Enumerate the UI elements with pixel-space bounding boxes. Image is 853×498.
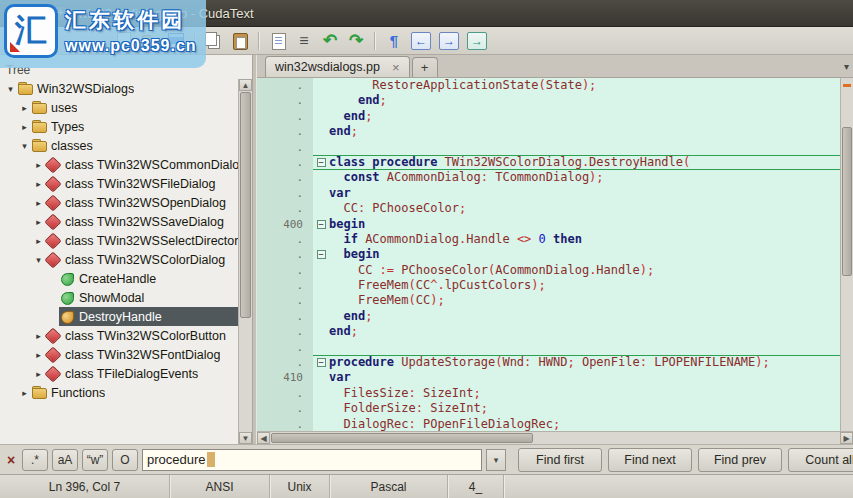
gutter-line-number: . xyxy=(257,340,313,355)
search-input[interactable]: procedure xyxy=(142,449,482,471)
list-icon[interactable]: ≡ xyxy=(292,30,316,52)
code-editor[interactable]: . RestoreApplicationState(State);. end;.… xyxy=(257,78,840,431)
fold-marker[interactable]: − xyxy=(313,155,329,170)
tree-item-functions[interactable]: ▸Functions xyxy=(0,383,238,402)
editor-line: .end; xyxy=(257,324,840,339)
tree-expand-arrow[interactable]: ▸ xyxy=(18,388,31,398)
fold-minus-icon: − xyxy=(317,220,326,229)
new-tab-button[interactable]: + xyxy=(412,57,438,77)
count-all-button[interactable]: Count all xyxy=(788,448,853,472)
tree-item-class-twin32wsfiledialog[interactable]: ▸class TWin32WSFileDialog xyxy=(0,174,238,193)
tree-expand-arrow[interactable]: ▸ xyxy=(32,350,45,360)
tree-item-class-twin32wssavedialog[interactable]: ▸class TWin32WSSaveDialog xyxy=(0,212,238,231)
status-caret-position[interactable]: Ln 396, Col 7 xyxy=(0,475,170,498)
tree-item-class-twin32wscolorbutton[interactable]: ▸class TWin32WSColorButton xyxy=(0,326,238,345)
editor-vertical-scrollbar[interactable] xyxy=(840,78,853,431)
tree-expand-arrow[interactable]: ▸ xyxy=(18,122,31,132)
tree-item-class-twin32wsfontdialog[interactable]: ▸class TWin32WSFontDialog xyxy=(0,345,238,364)
folder-icon xyxy=(31,119,46,134)
scroll-right-icon[interactable]: ▶ xyxy=(840,432,853,444)
tree-scrollbar-thumb[interactable] xyxy=(240,92,251,318)
tree-item-class-twin32wscommondialog[interactable]: ▸class TWin32WSCommonDialog xyxy=(0,155,238,174)
tree-scroll-down-icon[interactable]: ▼ xyxy=(239,432,252,444)
redo-icon[interactable]: ↷ xyxy=(344,30,368,52)
watermark-site-name: 汇东软件园 xyxy=(65,6,197,34)
gutter-line-number: . xyxy=(257,324,313,339)
tab-menu-icon[interactable]: ▾ xyxy=(844,61,849,72)
whole-words-toggle[interactable]: “w” xyxy=(82,449,108,471)
tree-item-win32wsdialogs[interactable]: ▾Win32WSDialogs xyxy=(0,79,238,98)
method-icon xyxy=(59,271,74,286)
findbar-close-icon[interactable]: × xyxy=(4,452,18,468)
tab-win32wsdialogs[interactable]: win32wsdialogs.pp × xyxy=(265,56,410,77)
tree-item-createhandle[interactable]: CreateHandle xyxy=(0,269,238,288)
code-tree[interactable]: ▾Win32WSDialogs▸uses▸Types▾classes▸class… xyxy=(0,79,252,444)
wrap-toggle[interactable]: O xyxy=(112,449,138,471)
tree-item-content: class TWin32WSColorDialog xyxy=(45,250,238,269)
editor-line: . const ACommonDialog: TCommonDialog); xyxy=(257,170,840,185)
tree-expand-arrow[interactable]: ▸ xyxy=(32,198,45,208)
find-prev-button[interactable]: Find prev xyxy=(698,448,782,472)
tree-item-class-twin32wsopendialog[interactable]: ▸class TWin32WSOpenDialog xyxy=(0,193,238,212)
tree-expand-arrow[interactable]: ▾ xyxy=(32,255,45,265)
tree-expand-arrow[interactable]: ▸ xyxy=(32,331,45,341)
unindent-icon[interactable]: ← xyxy=(411,32,431,50)
fold-marker[interactable]: − xyxy=(313,247,329,262)
tree-expand-arrow[interactable]: ▸ xyxy=(32,217,45,227)
tree-scrollbar[interactable]: ▲ ▼ xyxy=(238,79,252,444)
tree-expand-arrow[interactable]: ▸ xyxy=(32,179,45,189)
tree-expand-arrow[interactable]: ▸ xyxy=(32,236,45,246)
editor-line-body xyxy=(313,140,840,155)
status-tab-size[interactable]: 4_ xyxy=(448,475,504,498)
tree-expand-arrow[interactable]: ▸ xyxy=(32,369,45,379)
editor-line-body: end; xyxy=(313,309,840,324)
regex-toggle[interactable]: .* xyxy=(22,449,48,471)
status-encoding[interactable]: ANSI xyxy=(170,475,270,498)
class-icon xyxy=(45,347,60,362)
gutter-line-number: . xyxy=(257,278,313,293)
status-line-ends[interactable]: Unix xyxy=(270,475,330,498)
fold-marker[interactable]: − xyxy=(313,217,329,232)
tree-item-class-twin32wscolordialog[interactable]: ▾class TWin32WSColorDialog xyxy=(0,250,238,269)
editor-line-body: FolderSize: SizeInt; xyxy=(313,401,840,416)
code-text: var xyxy=(329,186,351,201)
editor-line-body: DialogRec: POpenFileDialogRec; xyxy=(313,417,840,431)
code-text: procedure UpdateStorage(Wnd: HWND; OpenF… xyxy=(329,355,770,370)
tree-item-destroyhandle[interactable]: DestroyHandle xyxy=(0,307,238,326)
class-icon xyxy=(45,214,60,229)
tree-item-content: class TFileDialogEvents xyxy=(45,364,238,383)
tree-expand-arrow[interactable]: ▸ xyxy=(18,103,31,113)
gutter-line-number: . xyxy=(257,232,313,247)
find-next-button[interactable]: Find next xyxy=(608,448,692,472)
horizontal-scrollbar-thumb[interactable] xyxy=(271,433,533,443)
editor-horizontal-scrollbar[interactable]: ◀ ▶ xyxy=(257,431,853,444)
find-first-button[interactable]: Find first xyxy=(518,448,602,472)
goto-icon[interactable]: → xyxy=(467,32,487,50)
tree-item-types[interactable]: ▸Types xyxy=(0,117,238,136)
tree-item-showmodal[interactable]: ShowModal xyxy=(0,288,238,307)
case-sensitive-toggle[interactable]: aA xyxy=(52,449,78,471)
tree-item-classes[interactable]: ▾classes xyxy=(0,136,238,155)
status-message[interactable] xyxy=(504,475,853,498)
pilcrow-icon[interactable]: ¶ xyxy=(382,30,406,52)
gutter-line-number: . xyxy=(257,386,313,401)
find-buttons: Find firstFind nextFind prevCount all xyxy=(518,448,853,472)
tree-item-class-twin32wsselectdirectorydialog[interactable]: ▸class TWin32WSSelectDirectoryDialog xyxy=(0,231,238,250)
search-history-dropdown[interactable]: ▾ xyxy=(486,449,506,471)
tree-item-uses[interactable]: ▸uses xyxy=(0,98,238,117)
tree-item-class-tfiledialogevents[interactable]: ▸class TFileDialogEvents xyxy=(0,364,238,383)
fold-marker[interactable]: − xyxy=(313,355,329,370)
indent-icon[interactable]: → xyxy=(439,32,459,50)
scroll-left-icon[interactable]: ◀ xyxy=(257,432,270,444)
undo-icon[interactable]: ↶ xyxy=(318,30,342,52)
status-lexer[interactable]: Pascal xyxy=(330,475,448,498)
edit-icon[interactable] xyxy=(266,30,290,52)
tree-expand-arrow[interactable]: ▾ xyxy=(18,141,31,151)
vertical-scrollbar-thumb[interactable] xyxy=(842,127,852,275)
tree-expand-arrow[interactable]: ▾ xyxy=(4,84,17,94)
tree-item-content: class TWin32WSFileDialog xyxy=(45,174,238,193)
tree-expand-arrow[interactable]: ▸ xyxy=(32,160,45,170)
tab-close-icon[interactable]: × xyxy=(392,60,400,75)
tree-scroll-up-icon[interactable]: ▲ xyxy=(239,79,252,91)
paste-icon[interactable] xyxy=(228,30,252,52)
